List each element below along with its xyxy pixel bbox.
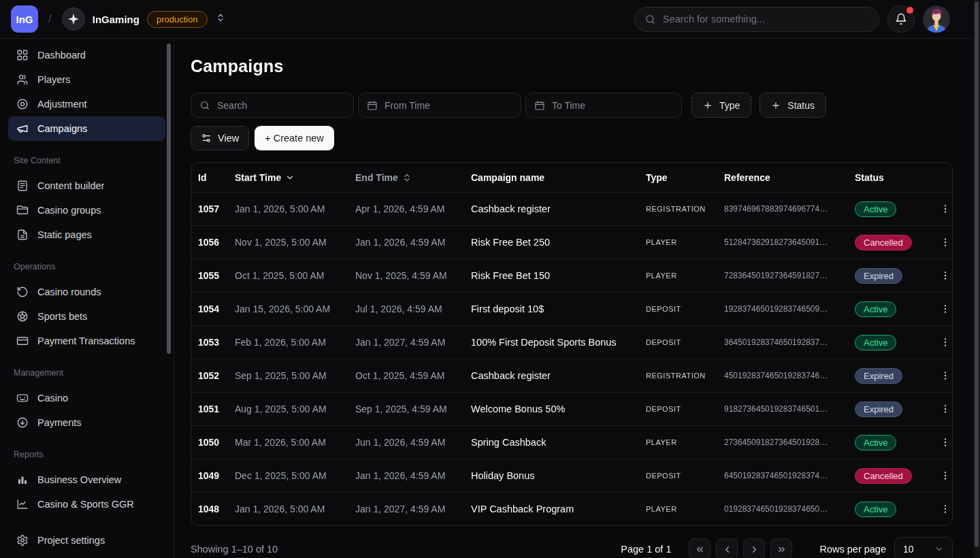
casino-icon: [16, 392, 29, 404]
table-row[interactable]: 1056Nov 1, 2025, 5:00 AMJan 1, 2026, 4:5…: [191, 225, 952, 259]
campaigns-icon: [16, 122, 29, 135]
table-row[interactable]: 1051Aug 1, 2025, 5:00 AMSep 1, 2025, 4:5…: [191, 392, 952, 425]
sidebar-item-casino-rounds[interactable]: Casino rounds: [8, 280, 165, 304]
cell-campaign-name: 100% First Deposit Sports Bonus: [471, 337, 646, 348]
sidebar-item-content-builder[interactable]: Content builder: [8, 174, 165, 198]
sidebar-item-players[interactable]: Players: [8, 67, 165, 92]
app-logo[interactable]: InG: [11, 5, 38, 33]
sidebar-item-casino-sports-ggr[interactable]: Casino & Sports GGR: [8, 492, 165, 516]
sidebar-item-static-pages[interactable]: Static pages: [8, 223, 165, 247]
table-row[interactable]: 1053Feb 1, 2026, 5:00 AMJan 1, 2027, 4:5…: [191, 325, 952, 359]
kebab-icon: [940, 504, 951, 514]
first-page-button[interactable]: [689, 538, 710, 558]
status-filter-button[interactable]: Status: [760, 93, 826, 118]
cell-id: 1051: [198, 404, 235, 414]
cell-end-time: Nov 1, 2025, 4:59 AM: [355, 270, 471, 281]
sidebar-item-business-overview[interactable]: Business Overview: [8, 467, 165, 492]
sidebar-item-dashboard[interactable]: Dashboard: [8, 43, 165, 67]
cell-status: Cancelled: [855, 468, 932, 484]
to-time-picker[interactable]: To Time: [525, 93, 682, 118]
row-actions-button[interactable]: [936, 399, 953, 419]
row-actions-button[interactable]: [936, 233, 953, 252]
sidebar-item-payment-transactions[interactable]: Payment Transactions: [8, 329, 165, 353]
cell-status: Active: [855, 301, 932, 317]
static-pages-icon: [16, 229, 29, 241]
cell-id: 1056: [198, 237, 235, 248]
last-page-button[interactable]: [770, 538, 792, 558]
create-new-button[interactable]: + Create new: [255, 126, 334, 150]
cell-status: Active: [855, 201, 932, 217]
column-header-campaign-name[interactable]: Campaign name: [471, 172, 646, 183]
table-search-input[interactable]: Search: [191, 93, 354, 118]
sidebar-section-label: Reports: [8, 450, 165, 459]
table-row[interactable]: 1055Oct 1, 2025, 5:00 AMNov 1, 2025, 4:5…: [191, 259, 952, 292]
sidebar-item-casino[interactable]: Casino: [8, 386, 165, 410]
rows-per-page-select[interactable]: 10: [894, 537, 953, 558]
row-actions-button[interactable]: [936, 466, 953, 485]
sidebar-item-project-settings[interactable]: Project settings: [8, 528, 165, 553]
row-actions-button[interactable]: [936, 199, 953, 218]
payments-icon: [16, 416, 29, 429]
sidebar-item-payments[interactable]: Payments: [8, 410, 165, 435]
column-header-type[interactable]: Type: [646, 172, 724, 183]
calendar-icon: [534, 100, 545, 111]
sports-bets-icon: [16, 310, 29, 323]
kebab-icon: [940, 337, 951, 348]
cell-campaign-name: Cashback register: [471, 370, 646, 381]
column-header-start-time[interactable]: Start Time: [235, 172, 355, 183]
table-row[interactable]: 1049Dec 1, 2025, 5:00 AMJan 1, 2026, 4:5…: [191, 459, 952, 492]
table-row[interactable]: 1054Jan 15, 2026, 5:00 AMJul 1, 2026, 4:…: [191, 292, 952, 325]
from-time-picker[interactable]: From Time: [358, 93, 521, 118]
type-filter-label: Type: [719, 100, 740, 111]
cell-start-time: Mar 1, 2026, 5:00 AM: [235, 437, 355, 448]
window-scrollbar[interactable]: [973, 0, 980, 558]
user-avatar[interactable]: [923, 5, 950, 33]
sidebar-item-label: Dashboard: [37, 50, 86, 61]
cell-start-time: Jan 1, 2026, 5:00 AM: [235, 504, 355, 514]
table-row[interactable]: 1048Jan 1, 2026, 5:00 AMJan 1, 2027, 4:5…: [191, 492, 952, 525]
row-actions-button[interactable]: [936, 266, 953, 285]
notifications-button[interactable]: [887, 5, 915, 33]
content-builder-icon: [16, 180, 29, 192]
type-filter-button[interactable]: Type: [691, 93, 751, 118]
cell-campaign-name: Spring Cashback: [471, 437, 646, 448]
column-header-reference[interactable]: Reference: [724, 172, 855, 183]
table-row[interactable]: 1050Mar 1, 2026, 5:00 AMJun 1, 2026, 4:5…: [191, 425, 952, 459]
global-search-input[interactable]: Search for something...: [634, 7, 879, 32]
table-row[interactable]: 1057Jan 1, 2026, 5:00 AMApr 1, 2026, 4:5…: [191, 192, 952, 225]
column-header-end-time[interactable]: End Time: [355, 172, 471, 183]
row-actions-button[interactable]: [936, 299, 953, 318]
cell-type: DEPOSIT: [646, 305, 724, 313]
sidebar-item-sports-bets[interactable]: Sports bets: [8, 304, 165, 329]
status-badge: Active: [855, 201, 896, 217]
next-page-button[interactable]: [743, 538, 765, 558]
row-actions-button[interactable]: [936, 499, 953, 519]
column-header-status[interactable]: Status: [855, 172, 932, 183]
column-header-id[interactable]: Id: [198, 172, 235, 183]
status-badge: Active: [855, 335, 896, 350]
rows-per-page-value: 10: [903, 544, 914, 555]
window-scrollbar-thumb[interactable]: [975, 1, 979, 547]
previous-page-button[interactable]: [716, 538, 738, 558]
cell-id: 1052: [198, 370, 235, 381]
cell-campaign-name: Risk Free Bet 150: [471, 270, 646, 281]
sidebar-scrollbar-thumb[interactable]: [167, 44, 171, 354]
sidebar-item-label: Casino & Sports GGR: [37, 499, 134, 510]
sidebar-item-casino-groups[interactable]: Casino groups: [8, 198, 165, 223]
sidebar-item-adjustment[interactable]: Adjustment: [8, 92, 165, 116]
org-avatar[interactable]: [62, 7, 85, 31]
sidebar-item-campaigns[interactable]: Campaigns: [8, 116, 165, 141]
plus-icon: [771, 101, 781, 110]
row-actions-button[interactable]: [936, 333, 953, 352]
org-switcher-button[interactable]: [216, 13, 225, 25]
sidebar-section-label: Site Content: [8, 156, 165, 165]
table-row[interactable]: 1052Sep 1, 2025, 5:00 AMOct 1, 2025, 4:5…: [191, 359, 952, 392]
status-badge: Expired: [855, 268, 902, 284]
sidebar-item-label: Static pages: [37, 229, 92, 240]
cell-id: 1057: [198, 203, 235, 214]
cell-reference: 192837465019283746509…: [724, 304, 855, 314]
row-actions-button[interactable]: [936, 366, 953, 385]
table-footer: Showing 1–10 of 10 Page 1 of 1 Rows per …: [191, 537, 953, 558]
view-button[interactable]: View: [191, 126, 249, 150]
row-actions-button[interactable]: [936, 433, 953, 452]
